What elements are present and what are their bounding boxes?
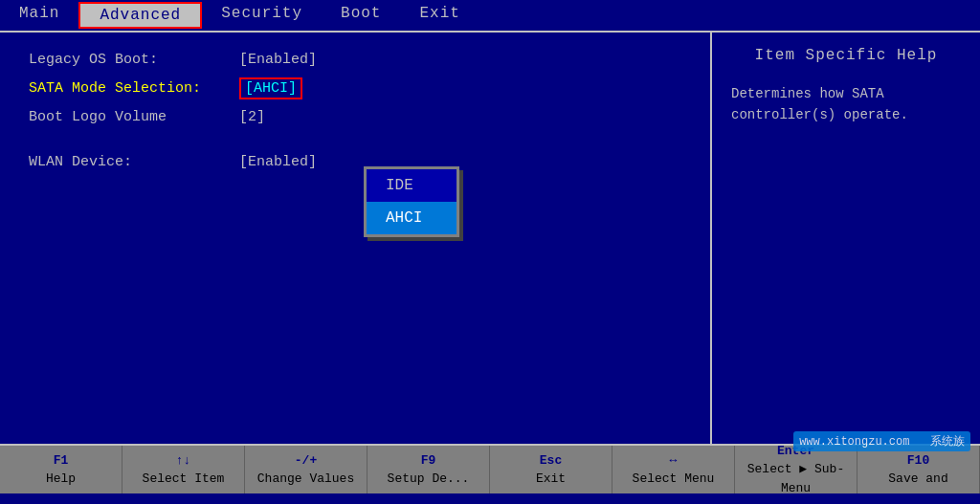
- footer-key-change: -/+: [295, 451, 317, 471]
- help-title: Item Specific Help: [731, 47, 961, 64]
- right-panel: Item Specific Help Determines how SATA c…: [712, 33, 980, 444]
- dropdown-item-ide[interactable]: IDE: [367, 169, 457, 202]
- dropdown-item-ahci[interactable]: AHCI: [367, 202, 457, 234]
- left-panel: Legacy OS Boot: [Enabled] SATA Mode Sele…: [0, 33, 712, 444]
- footer-key-esc: Esc: [540, 451, 562, 471]
- setting-label-boot-logo-volume: Boot Logo Volume: [29, 109, 239, 125]
- main-content: Legacy OS Boot: [Enabled] SATA Mode Sele…: [0, 33, 980, 444]
- footer-desc-change: Change Values: [257, 470, 354, 489]
- footer-desc-f9: Setup De...: [388, 470, 470, 489]
- footer-desc-arrows: Select Item: [143, 470, 225, 489]
- footer-item-change: -/+ Change Values: [245, 446, 368, 493]
- footer-desc-menu: Select Menu: [633, 470, 715, 489]
- setting-row-legacy-os-boot[interactable]: Legacy OS Boot: [Enabled]: [29, 52, 681, 68]
- setting-label-legacy-os-boot: Legacy OS Boot:: [29, 52, 239, 68]
- footer-item-enter: Enter Select ▶ Sub-Menu: [735, 446, 858, 493]
- setting-value-sata-mode: [AHCI]: [239, 77, 302, 99]
- menu-item-exit[interactable]: Exit: [400, 2, 479, 29]
- help-text: Determines how SATA controller(s) operat…: [731, 83, 961, 126]
- setting-label-sata-mode: SATA Mode Selection:: [29, 80, 239, 97]
- footer-desc-f1: Help: [46, 470, 76, 489]
- footer-item-f10: F10 Save and: [858, 446, 980, 493]
- watermark-text: www.xitongzu.com: [799, 435, 924, 449]
- footer-key-f9: F9: [421, 451, 436, 471]
- footer-key-menu: ↔: [670, 451, 678, 471]
- footer-desc-esc: Exit: [536, 470, 566, 489]
- footer-key-arrows: ↑↓: [176, 451, 191, 471]
- footer-item-menu: ↔ Select Menu: [612, 446, 735, 493]
- footer-desc-enter: Select ▶ Sub-Menu: [745, 460, 847, 497]
- setting-value-boot-logo-volume: [2]: [239, 109, 265, 125]
- footer-key-f1: F1: [54, 451, 69, 471]
- menu-item-advanced[interactable]: Advanced: [78, 2, 202, 29]
- menu-item-security[interactable]: Security: [202, 2, 322, 29]
- dropdown-popup: IDE AHCI: [364, 166, 459, 237]
- setting-row-wlan-device[interactable]: WLAN Device: [Enabled]: [29, 154, 681, 170]
- footer-item-arrows: ↑↓ Select Item: [122, 446, 245, 493]
- setting-label-wlan-device: WLAN Device:: [29, 154, 239, 170]
- setting-value-legacy-os-boot: [Enabled]: [239, 52, 317, 68]
- watermark: www.xitongzu.com 系统族: [793, 431, 970, 451]
- menu-item-boot[interactable]: Boot: [322, 2, 400, 29]
- menu-item-main[interactable]: Main: [0, 2, 78, 29]
- footer-key-f10: F10: [907, 451, 929, 471]
- footer-item-f9: F9 Setup De...: [368, 446, 490, 493]
- footer-desc-f10: Save and: [888, 470, 947, 489]
- footer-item-f1: F1 Help: [0, 446, 122, 493]
- menu-bar: Main Advanced Security Boot Exit: [0, 0, 980, 33]
- setting-row-sata-mode[interactable]: SATA Mode Selection: [AHCI]: [29, 77, 681, 99]
- watermark-brand: 系统族: [930, 435, 965, 449]
- footer-item-esc: Esc Exit: [490, 446, 612, 493]
- setting-row-boot-logo-volume[interactable]: Boot Logo Volume [2]: [29, 109, 681, 125]
- setting-value-wlan-device: [Enabled]: [239, 154, 317, 170]
